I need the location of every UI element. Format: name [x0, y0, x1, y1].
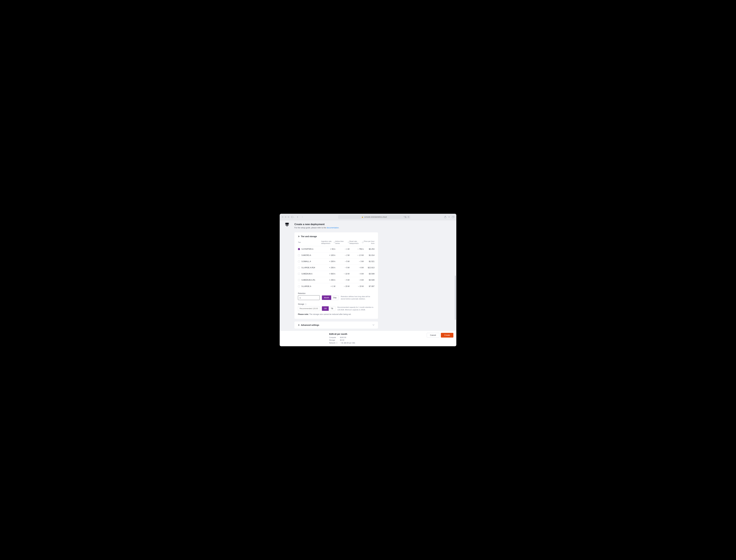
chevron-down-icon — [372, 324, 374, 326]
read-value: ~ 3 M — [349, 260, 364, 262]
retention-day-button[interactable]: Day — [331, 295, 339, 300]
ingestion-value: < 250 k — [321, 279, 335, 281]
brand-logo-icon[interactable] — [285, 222, 290, 227]
chevrons-right-icon — [298, 324, 300, 326]
radio-icon[interactable] — [298, 273, 300, 275]
active-value: ~ 5 M — [335, 260, 349, 262]
ingestion-value: < 100 k — [321, 254, 335, 256]
cancel-button[interactable]: Cancel — [427, 333, 439, 338]
svg-rect-4 — [452, 216, 454, 218]
tier-name-text: S.SMALL.A — [301, 260, 311, 262]
active-value: ~ 5 M — [335, 267, 349, 269]
table-header: Tier Ingestion rate, datapoints/si Activ… — [298, 240, 374, 246]
svg-rect-0 — [291, 216, 293, 218]
retention-label: Retention — [298, 292, 374, 294]
storage-tb-button[interactable]: TB — [329, 306, 335, 311]
radio-icon[interactable] — [298, 267, 300, 269]
new-tab-icon[interactable]: + — [448, 216, 450, 218]
page-title: Create a new deployment — [294, 223, 378, 226]
table-row[interactable]: S.SMALL.A< 200 k~ 5 M~ 3 M$1.521 — [298, 259, 374, 265]
url-text: console.victoriametrics.cloud — [364, 216, 387, 218]
retention-input[interactable] — [298, 295, 320, 300]
radio-icon[interactable] — [298, 279, 300, 281]
tier-name-text: S.MEDIUM.A.R1 — [301, 279, 315, 281]
tier-name-text: S.LARGE.A.R24 — [301, 267, 315, 269]
info-icon[interactable]: i — [305, 303, 306, 305]
storage-unit-toggle: GB TB — [322, 306, 335, 311]
page-subtitle: For the setup guide, please refer to the… — [294, 227, 378, 229]
info-icon[interactable]: i — [362, 242, 364, 243]
tabs-icon[interactable] — [452, 216, 454, 218]
radio-icon[interactable] — [298, 260, 300, 262]
footer-bar: $185.42 per month Compute$182.50 Storage… — [280, 331, 456, 346]
radio-icon[interactable] — [298, 285, 300, 287]
read-value: ~ 750 k — [349, 248, 364, 250]
read-value: ~ 6 M — [349, 267, 364, 269]
window-controls — [282, 216, 289, 218]
retention-help: Retention defines how long data will be … — [341, 295, 374, 300]
price-value: $3.549 — [364, 279, 374, 281]
storage-field: Storage i GB TB Recommended capacity for… — [294, 303, 378, 311]
zoom-window-icon[interactable] — [288, 216, 289, 218]
ingestion-value: < 500 k — [321, 273, 335, 275]
advanced-settings-card[interactable]: Advanced settings — [294, 322, 378, 329]
close-window-icon[interactable] — [282, 216, 284, 218]
col-ingestion: Ingestion rate, datapoints/si — [321, 240, 335, 245]
share-icon[interactable] — [444, 216, 446, 218]
advanced-heading: Advanced settings — [301, 324, 319, 326]
active-value: ~ 10 M — [335, 273, 349, 275]
col-tier: Tier — [298, 241, 321, 243]
active-value: ~ 1 M — [335, 248, 349, 250]
tier-storage-card: Tier and storage Tier Ingestion rate, da… — [294, 232, 378, 319]
tier-table: Tier Ingestion rate, datapoints/si Activ… — [294, 240, 378, 289]
table-row[interactable]: S.MEDIUM.A.R1< 250 k~ 5 M~ 6 M$3.549 — [298, 277, 374, 283]
translate-icon[interactable]: ᴬあ — [404, 216, 407, 218]
tier-name-text: S.MICRO.A — [301, 254, 311, 256]
tier-name-text: S.MEDIUM.A — [301, 273, 312, 275]
minimize-window-icon[interactable] — [285, 216, 286, 218]
radio-icon[interactable] — [298, 248, 300, 250]
retention-field: Retention Month Day Retention defines ho… — [294, 292, 378, 300]
info-icon[interactable]: i — [348, 242, 349, 243]
ingestion-value: < 250 k — [321, 267, 335, 269]
back-button[interactable] — [296, 215, 299, 219]
read-value: ~ 1.5 M — [349, 254, 364, 256]
documentation-link[interactable]: documentation — [327, 227, 339, 229]
section-heading: Tier and storage — [301, 235, 317, 238]
price-value: $0.253 — [364, 248, 374, 250]
table-row[interactable]: S.LARGE.A< 1 M~ 15 M~ 15 M$7.097 — [298, 283, 374, 289]
titlebar: ⌄ 🔒 console.victoriametrics.cloud ᴬあ + — [280, 214, 456, 220]
retention-month-button[interactable]: Month — [322, 295, 331, 300]
active-value: ~ 15 M — [335, 285, 349, 287]
storage-gb-button[interactable]: GB — [322, 306, 329, 311]
total-price: $185.42 per month — [329, 333, 408, 335]
ingestion-value: < 1 M — [321, 285, 335, 287]
info-icon[interactable]: i — [336, 342, 338, 344]
sidebar-toggle-icon[interactable]: ⌄ — [291, 215, 295, 219]
content-area[interactable]: Create a new deployment For the setup gu… — [280, 220, 456, 331]
table-row[interactable]: S.MEDIUM.A< 500 k~ 10 M~ 6 M$3.549 — [298, 271, 374, 277]
col-price: Price per hour from — [364, 240, 374, 245]
storage-input[interactable] — [298, 306, 320, 311]
table-row[interactable]: S.MICRO.A< 100 k~ 2 M~ 1.5 M$1.014 — [298, 252, 374, 259]
price-value: $7.097 — [364, 285, 374, 287]
radio-icon[interactable] — [298, 254, 300, 256]
active-value: ~ 5 M — [335, 279, 349, 281]
table-row[interactable]: S.STARTER.A< 50 k~ 1 M~ 750 k$0.253 — [298, 246, 374, 252]
pricing-summary: $185.42 per month Compute$182.50 Storage… — [329, 333, 408, 344]
create-button[interactable]: Create — [441, 333, 453, 338]
tier-name-text: S.LARGE.A — [301, 285, 311, 287]
read-value: ~ 15 M — [349, 285, 364, 287]
col-active: Active time seriesi — [335, 240, 349, 245]
table-row[interactable]: S.LARGE.A.R24< 250 k~ 5 M~ 6 M$22.813 — [298, 265, 374, 271]
browser-window: ⌄ 🔒 console.victoriametrics.cloud ᴬあ + — [280, 214, 456, 346]
price-value: $1.014 — [364, 254, 374, 256]
storage-label: Storage i — [298, 303, 374, 305]
ingestion-value: < 50 k — [321, 248, 335, 250]
chevrons-right-icon — [298, 236, 300, 237]
info-icon[interactable]: i — [334, 242, 335, 243]
col-read: Read rate, datapoints/si — [349, 240, 364, 245]
forward-button[interactable] — [301, 215, 304, 219]
address-bar[interactable]: 🔒 console.victoriametrics.cloud ᴬあ — [338, 215, 410, 219]
reload-icon[interactable] — [408, 216, 409, 218]
